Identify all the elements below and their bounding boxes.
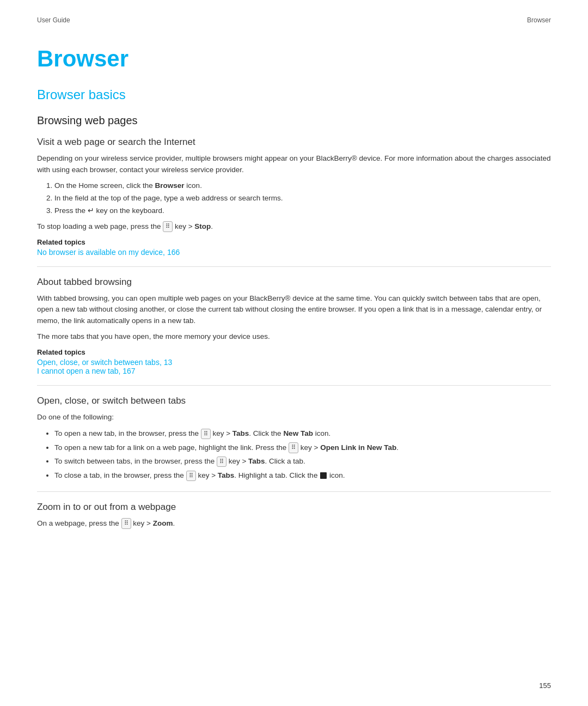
black-square-icon	[320, 472, 327, 479]
visit-body1: Depending on your wireless service provi…	[37, 153, 551, 176]
page: User Guide Browser Browser Browser basic…	[0, 0, 588, 706]
zoom-body: On a webpage, press the ⠿ key > Zoom.	[37, 518, 551, 530]
related-links-visit: No browser is available on my device, 16…	[37, 248, 551, 257]
browsing-web-pages-section: Browsing web pages Visit a web page or s…	[37, 114, 551, 529]
menu-key-2: ⠿	[289, 442, 298, 453]
page-title: Browser	[37, 46, 551, 72]
switch-tabs-bullets: To open a new tab, in the browser, press…	[54, 428, 551, 481]
section-title: Browser basics	[37, 87, 551, 102]
page-number: 155	[539, 681, 551, 690]
visit-title: Visit a web page or search the Internet	[37, 137, 551, 148]
menu-key-icon: ⠿	[163, 221, 173, 232]
bullet-3: To switch between tabs, in the browser, …	[54, 455, 551, 467]
visit-steps: On the Home screen, click the Browser ic…	[54, 180, 551, 217]
tabbed-title: About tabbed browsing	[37, 277, 551, 288]
switch-tabs-body: Do one of the following:	[37, 412, 551, 423]
zoom-title: Zoom in to or out from a webpage	[37, 502, 551, 513]
zoom-section: Zoom in to or out from a webpage On a we…	[37, 502, 551, 530]
menu-key-1: ⠿	[201, 429, 211, 439]
step-1: On the Home screen, click the Browser ic…	[54, 180, 551, 192]
related-links-tabbed: Open, close, or switch between tabs, 13 …	[37, 358, 551, 375]
related-label-tabbed: Related topics	[37, 348, 551, 356]
link-cannot-open-tab[interactable]: I cannot open a new tab, 167	[37, 367, 136, 375]
bullet-4: To close a tab, in the browser, press th…	[54, 470, 551, 482]
step-2: In the field at the top of the page, typ…	[54, 193, 551, 204]
step-3: Press the ↵ key on the keyboard.	[54, 205, 551, 217]
menu-key-3: ⠿	[217, 457, 226, 467]
related-label-visit: Related topics	[37, 238, 551, 246]
divider-2	[37, 385, 551, 386]
divider-1	[37, 266, 551, 267]
page-header: User Guide Browser	[37, 16, 551, 24]
header-left: User Guide	[37, 16, 70, 24]
switch-tabs-section: Open, close, or switch between tabs Do o…	[37, 395, 551, 481]
subsection-title-browsing: Browsing web pages	[37, 114, 551, 127]
link-open-close-tabs[interactable]: Open, close, or switch between tabs, 13	[37, 358, 172, 367]
switch-tabs-title: Open, close, or switch between tabs	[37, 395, 551, 406]
tabbed-body2: The more tabs that you have open, the mo…	[37, 331, 551, 343]
bullet-1: To open a new tab, in the browser, press…	[54, 428, 551, 440]
divider-3	[37, 491, 551, 492]
tabbed-browsing-section: About tabbed browsing With tabbed browsi…	[37, 277, 551, 376]
bullet-2: To open a new tab for a link on a web pa…	[54, 442, 551, 454]
tabbed-body1: With tabbed browsing, you can open multi…	[37, 293, 551, 327]
visit-section: Visit a web page or search the Internet …	[37, 137, 551, 257]
link-no-browser[interactable]: No browser is available on my device, 16…	[37, 248, 180, 257]
header-right: Browser	[527, 16, 551, 24]
menu-key-zoom: ⠿	[121, 518, 131, 528]
stop-line: To stop loading a web page, press the ⠿ …	[37, 221, 551, 233]
menu-key-4: ⠿	[186, 471, 196, 481]
